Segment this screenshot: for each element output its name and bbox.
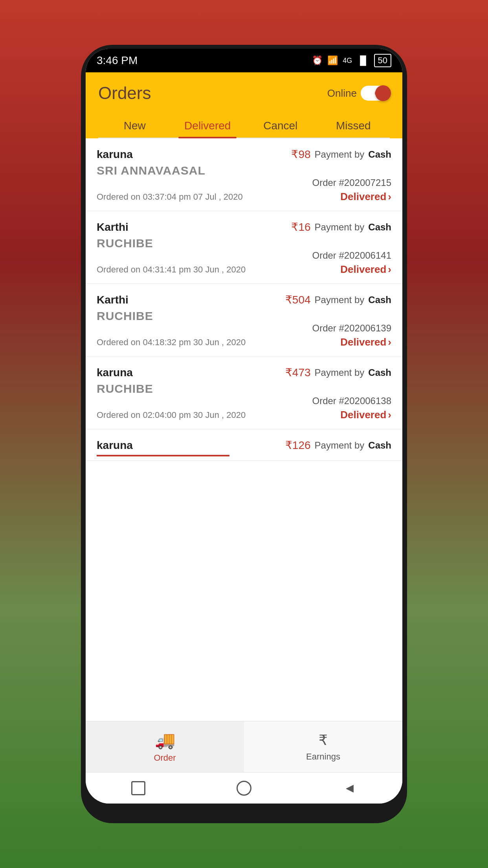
phone-shell: 3:46 PM ⏰ 📶 4G ▐▌ 50 Orders Online: [81, 45, 407, 823]
online-toggle-track[interactable]: [361, 86, 390, 101]
order-card[interactable]: karuna ₹98 Payment by Cash SRI ANNAVAASA…: [86, 138, 402, 211]
payment-method: Cash: [368, 149, 391, 160]
order-number: Order #202006139: [312, 323, 392, 334]
order-card[interactable]: karuna ₹126 Payment by Cash: [86, 429, 402, 461]
rupee-icon: ₹: [319, 732, 328, 748]
payment-method: Cash: [368, 222, 391, 233]
order-number: Order #202006138: [312, 395, 392, 406]
status-icons: ⏰ 📶 4G ▐▌ 50: [312, 54, 391, 67]
order-amount: ₹126: [285, 439, 311, 452]
payment-method: Cash: [368, 294, 391, 305]
order-amount-payment: ₹126 Payment by Cash: [285, 439, 391, 452]
status-time: 3:46 PM: [97, 54, 138, 67]
recent-apps-button[interactable]: [130, 780, 147, 797]
payment-method: Cash: [368, 440, 391, 451]
signal-icon: 📶: [327, 55, 338, 66]
order-datetime: Ordered on 04:31:41 pm 30 Jun , 2020: [97, 265, 246, 275]
order-row3: Ordered on 02:04:00 pm 30 Jun , 2020 Del…: [97, 409, 391, 421]
tab-cancel[interactable]: Cancel: [244, 112, 317, 138]
customer-name: Karthi: [97, 221, 128, 234]
nav-item-earnings[interactable]: ₹ Earnings: [244, 721, 402, 772]
order-datetime: Ordered on 04:18:32 pm 30 Jun , 2020: [97, 337, 246, 348]
payment-label: Payment by: [315, 294, 365, 305]
order-row1: Karthi ₹504 Payment by Cash: [97, 293, 391, 306]
payment-label: Payment by: [315, 222, 365, 233]
order-card[interactable]: Karthi ₹504 Payment by Cash RUCHIBE Orde…: [86, 284, 402, 357]
phone-screen: 3:46 PM ⏰ 📶 4G ▐▌ 50 Orders Online: [86, 49, 402, 804]
order-card[interactable]: Karthi ₹16 Payment by Cash RUCHIBE Order…: [86, 211, 402, 284]
wifi-signal-icon: ▐▌: [357, 55, 369, 66]
order-row3: Ordered on 04:31:41 pm 30 Jun , 2020 Del…: [97, 263, 391, 276]
delivered-button[interactable]: Delivered ›: [340, 263, 391, 276]
order-amount: ₹504: [285, 293, 311, 306]
page-title: Orders: [98, 83, 151, 103]
delivered-button[interactable]: Delivered ›: [340, 336, 391, 348]
order-row3: Ordered on 04:18:32 pm 30 Jun , 2020 Del…: [97, 336, 391, 348]
order-row2: Order #202006139: [97, 323, 391, 334]
payment-method: Cash: [368, 367, 391, 378]
restaurant-name: SRI ANNAVAASAL: [97, 164, 205, 177]
order-amount-payment: ₹16 Payment by Cash: [291, 221, 391, 234]
tab-delivered[interactable]: Delivered: [171, 112, 244, 138]
toggle-thumb: [375, 85, 391, 101]
header-top: Orders Online: [98, 83, 390, 103]
order-amount: ₹98: [291, 148, 310, 161]
nav-label-order: Order: [154, 753, 176, 763]
restaurant-name: RUCHIBE: [97, 309, 153, 322]
order-row1: karuna ₹98 Payment by Cash: [97, 148, 391, 161]
app-header: Orders Online New Delivered: [86, 72, 402, 138]
delivered-button[interactable]: Delivered ›: [340, 191, 391, 203]
orders-list: karuna ₹98 Payment by Cash SRI ANNAVAASA…: [86, 138, 402, 721]
order-row2: Order #202006138: [97, 395, 391, 406]
payment-label: Payment by: [315, 367, 365, 378]
tab-missed[interactable]: Missed: [317, 112, 390, 138]
tabs-bar: New Delivered Cancel Missed: [98, 112, 390, 138]
order-row2: Order #202006141: [97, 250, 391, 261]
restaurant-name: RUCHIBE: [97, 237, 153, 250]
android-nav-bar: [86, 772, 402, 804]
home-button[interactable]: [235, 780, 253, 797]
order-row1: Karthi ₹16 Payment by Cash: [97, 221, 391, 234]
customer-name: Karthi: [97, 294, 128, 306]
tab-new[interactable]: New: [98, 112, 171, 138]
order-amount: ₹473: [285, 366, 311, 379]
payment-label: Payment by: [315, 149, 365, 160]
online-toggle[interactable]: Online: [327, 86, 390, 101]
delivered-button[interactable]: Delivered ›: [340, 409, 391, 421]
truck-icon: 🚚: [155, 730, 175, 750]
customer-name: karuna: [97, 439, 133, 452]
order-amount-payment: ₹473 Payment by Cash: [285, 366, 391, 379]
back-button[interactable]: [341, 780, 358, 797]
order-datetime: Ordered on 03:37:04 pm 07 Jul , 2020: [97, 192, 243, 202]
restaurant-name: RUCHIBE: [97, 382, 153, 395]
order-number: Order #202007215: [312, 177, 392, 188]
customer-name: karuna: [97, 366, 133, 379]
bottom-nav: 🚚 Order ₹ Earnings: [86, 721, 402, 772]
order-row1: karuna ₹473 Payment by Cash: [97, 366, 391, 379]
customer-name: karuna: [97, 148, 133, 161]
nav-label-earnings: Earnings: [306, 752, 340, 762]
payment-label: Payment by: [315, 440, 365, 451]
order-datetime: Ordered on 02:04:00 pm 30 Jun , 2020: [97, 410, 246, 420]
order-row2: Order #202007215: [97, 177, 391, 188]
order-card[interactable]: karuna ₹473 Payment by Cash RUCHIBE Orde…: [86, 357, 402, 429]
status-bar: 3:46 PM ⏰ 📶 4G ▐▌ 50: [86, 49, 402, 72]
order-amount: ₹16: [291, 221, 310, 234]
online-label: Online: [327, 87, 357, 99]
network-icon: 4G: [343, 57, 352, 65]
order-amount-payment: ₹504 Payment by Cash: [285, 293, 391, 306]
alarm-icon: ⏰: [312, 55, 323, 66]
order-number: Order #202006141: [312, 250, 392, 261]
battery-indicator: 50: [374, 54, 391, 67]
order-row1: karuna ₹126 Payment by Cash: [97, 439, 391, 452]
order-row3: Ordered on 03:37:04 pm 07 Jul , 2020 Del…: [97, 191, 391, 203]
nav-item-order[interactable]: 🚚 Order: [86, 721, 244, 772]
order-amount-payment: ₹98 Payment by Cash: [291, 148, 391, 161]
